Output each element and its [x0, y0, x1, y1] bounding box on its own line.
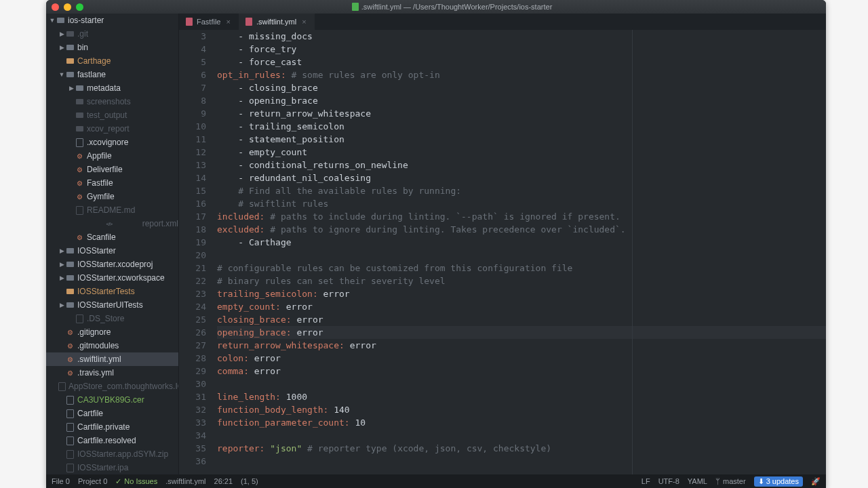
- line-number[interactable]: 28: [179, 352, 206, 365]
- code-line[interactable]: trailing_semicolon: error: [217, 287, 826, 300]
- line-number[interactable]: 32: [179, 403, 206, 416]
- code-line[interactable]: reporter: "json" # reporter type (xcode,…: [217, 442, 826, 455]
- code-line[interactable]: return_arrow_whitespace: error: [217, 339, 826, 352]
- code-line[interactable]: empty_count: error: [217, 300, 826, 313]
- tree-item[interactable]: ▶.git: [46, 27, 178, 41]
- code-line[interactable]: - empty_count: [217, 146, 826, 159]
- line-number[interactable]: 13: [179, 159, 206, 171]
- code-line[interactable]: - return_arrow_whitespace: [217, 107, 826, 120]
- tree-item[interactable]: ▶IOSStarter.xcodeproj: [46, 258, 178, 271]
- code-line[interactable]: - force_try: [217, 43, 826, 56]
- line-number[interactable]: 12: [179, 146, 206, 159]
- line-number[interactable]: 22: [179, 274, 206, 287]
- line-number[interactable]: 31: [179, 390, 206, 403]
- tree-item[interactable]: CA3UYBK89G.cer: [46, 393, 178, 407]
- line-number[interactable]: 9: [179, 107, 206, 120]
- tree-item[interactable]: test_output: [46, 108, 178, 122]
- code-line[interactable]: - force_cast: [217, 56, 826, 68]
- code-line[interactable]: - redundant_nil_coalesing: [217, 171, 826, 184]
- line-number[interactable]: 33: [179, 416, 206, 429]
- tree-item[interactable]: Cartfile: [46, 407, 178, 420]
- tree-item[interactable]: Deliverfile: [46, 163, 178, 176]
- tree-item[interactable]: report.xml: [46, 217, 178, 230]
- code-line[interactable]: closing_brace: error: [217, 313, 826, 326]
- line-number[interactable]: 15: [179, 184, 206, 197]
- tree-item[interactable]: ▼fastlane: [46, 68, 178, 81]
- line-number[interactable]: 30: [179, 378, 206, 390]
- chevron-icon[interactable]: ▶: [68, 85, 75, 92]
- line-number[interactable]: 35: [179, 442, 206, 455]
- line-number[interactable]: 7: [179, 81, 206, 94]
- tree-item[interactable]: IOSStarter.app.dSYM.zip: [46, 447, 178, 461]
- line-number[interactable]: 8: [179, 94, 206, 107]
- tree-item[interactable]: .gitmodules: [46, 339, 178, 352]
- file-tree-sidebar[interactable]: ▼ios-starter▶.git▶binCarthage▼fastlane▶m…: [46, 14, 179, 474]
- chevron-icon[interactable]: ▶: [58, 302, 65, 308]
- status-encoding[interactable]: UTF-8: [658, 477, 679, 485]
- line-number[interactable]: 34: [179, 429, 206, 442]
- code-line[interactable]: excluded: # paths to ignore during linti…: [217, 223, 826, 236]
- tree-item[interactable]: IOSStarterTests: [46, 285, 178, 298]
- code-line[interactable]: function_body_length: 140: [217, 403, 826, 416]
- line-number[interactable]: 4: [179, 43, 206, 56]
- line-number[interactable]: 29: [179, 365, 206, 378]
- tree-item[interactable]: Cartfile.private: [46, 420, 178, 434]
- line-number[interactable]: 11: [179, 133, 206, 146]
- code-line[interactable]: # swiftlint rules: [217, 197, 826, 210]
- code-editor[interactable]: 3456789101112131415161718192021222324252…: [179, 30, 826, 474]
- chevron-icon[interactable]: ▶: [58, 274, 65, 281]
- code-line[interactable]: - missing_docs: [217, 30, 826, 43]
- tree-item[interactable]: Cartfile.resolved: [46, 434, 178, 447]
- tree-item[interactable]: .gitignore: [46, 325, 178, 339]
- status-updates[interactable]: ⬇ 3 updates: [754, 476, 803, 487]
- code-line[interactable]: included: # paths to include during lint…: [217, 210, 826, 223]
- code-line[interactable]: [217, 378, 826, 390]
- code-line[interactable]: - conditional_returns_on_newline: [217, 159, 826, 171]
- status-cursor-pos[interactable]: 26:21: [214, 477, 233, 485]
- tree-item[interactable]: screenshots: [46, 95, 178, 108]
- line-number[interactable]: 24: [179, 300, 206, 313]
- tree-item[interactable]: ▶IOSStarterUITests: [46, 298, 178, 312]
- status-file[interactable]: File 0: [52, 477, 70, 485]
- tree-item[interactable]: Carthage: [46, 54, 178, 68]
- tree-item[interactable]: xcov_report: [46, 122, 178, 136]
- tree-item[interactable]: Scanfile: [46, 230, 178, 244]
- editor-split-divider[interactable]: [632, 30, 633, 474]
- code-line[interactable]: # binary rules can set their severity le…: [217, 274, 826, 287]
- code-line[interactable]: [217, 429, 826, 442]
- code-content[interactable]: - missing_docs - force_try - force_casto…: [213, 30, 826, 474]
- tab[interactable]: .swiftlint.yml×: [239, 14, 315, 30]
- chevron-icon[interactable]: ▶: [58, 30, 65, 37]
- zoom-window-button[interactable]: [76, 3, 83, 11]
- tree-item[interactable]: .xcovignore: [46, 136, 178, 149]
- tree-item[interactable]: ▶IOSStarter.xcworkspace: [46, 271, 178, 285]
- code-line[interactable]: - opening_brace: [217, 94, 826, 107]
- line-number[interactable]: 16: [179, 197, 206, 210]
- line-number[interactable]: 25: [179, 313, 206, 326]
- chevron-icon[interactable]: ▶: [58, 261, 65, 268]
- code-line[interactable]: opening_brace: error: [217, 326, 826, 339]
- tree-item[interactable]: ▶IOSStarter: [46, 244, 178, 258]
- line-number[interactable]: 14: [179, 171, 206, 184]
- code-line[interactable]: # configurable rules can be customized f…: [217, 262, 826, 274]
- line-number[interactable]: 3: [179, 30, 206, 43]
- line-number[interactable]: 20: [179, 249, 206, 262]
- close-window-button[interactable]: [52, 3, 59, 11]
- line-number[interactable]: 18: [179, 223, 206, 236]
- status-issues[interactable]: ✓ No Issues: [115, 477, 157, 486]
- line-number[interactable]: 23: [179, 287, 206, 300]
- tree-item[interactable]: README.md: [46, 203, 178, 217]
- line-number[interactable]: 27: [179, 339, 206, 352]
- line-number[interactable]: 17: [179, 210, 206, 223]
- line-number[interactable]: 19: [179, 236, 206, 249]
- chevron-icon[interactable]: ▼: [49, 17, 56, 24]
- tree-item[interactable]: Fastfile: [46, 176, 178, 190]
- line-number[interactable]: 5: [179, 56, 206, 68]
- code-line[interactable]: # Find all the available rules by runnin…: [217, 184, 826, 197]
- code-line[interactable]: - trailing_semicolon: [217, 120, 826, 133]
- status-git-branch[interactable]: ᛘ master: [715, 477, 746, 485]
- code-line[interactable]: [217, 249, 826, 262]
- tab[interactable]: Fastfile×: [179, 14, 239, 30]
- code-line[interactable]: - statement_position: [217, 133, 826, 146]
- code-line[interactable]: - Carthage: [217, 236, 826, 249]
